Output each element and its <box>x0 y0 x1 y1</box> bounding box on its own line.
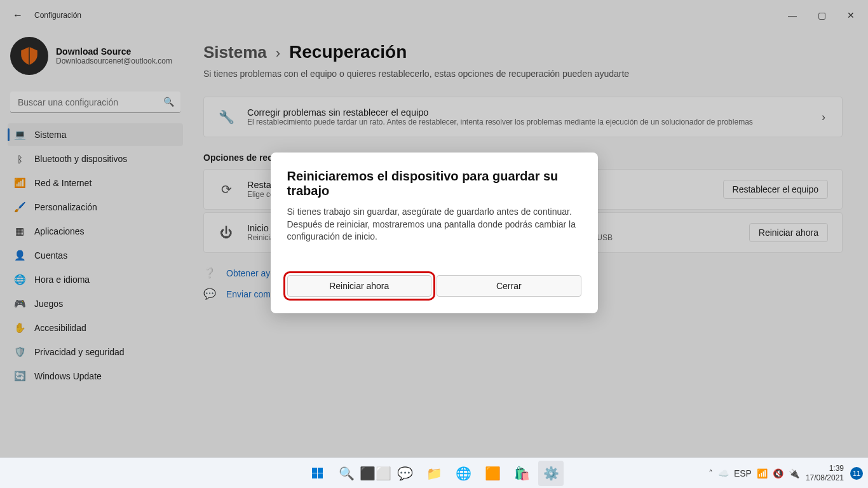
taskbar-clock[interactable]: 1:39 17/08/2021 <box>806 464 844 482</box>
tray-volume-icon[interactable]: 🔇 <box>773 468 783 478</box>
dialog-text: Si tienes trabajo sin guardar, asegúrate… <box>287 206 581 243</box>
clock-time: 1:39 <box>806 464 844 473</box>
notification-badge[interactable]: 11 <box>850 467 863 480</box>
restart-dialog: Reiniciaremos el dispositivo para guarda… <box>271 152 598 313</box>
tray-wifi-icon[interactable]: 📶 <box>757 468 768 478</box>
taskbar-store[interactable]: 🛍️ <box>509 461 534 486</box>
dialog-close-button[interactable]: Cerrar <box>437 275 581 297</box>
taskbar-settings[interactable]: ⚙️ <box>538 461 564 486</box>
modal-overlay: Reiniciaremos el dispositivo para guarda… <box>0 0 868 488</box>
dialog-restart-button[interactable]: Reiniciar ahora <box>287 275 432 297</box>
tray-battery-icon[interactable]: 🔌 <box>789 468 799 478</box>
taskbar: 🔍 ⬛⬜ 💬 📁 🌐 🟧 🛍️ ⚙️ ˄ ☁️ ESP 📶 🔇 🔌 1:39 1… <box>0 458 868 488</box>
start-button[interactable] <box>304 461 330 486</box>
tray-onedrive-icon[interactable]: ☁️ <box>718 468 729 478</box>
taskbar-explorer[interactable]: 📁 <box>421 461 447 486</box>
tray-chevron-icon[interactable]: ˄ <box>709 468 713 478</box>
task-view[interactable]: ⬛⬜ <box>363 461 388 486</box>
tray-language[interactable]: ESP <box>734 468 752 478</box>
taskbar-edge[interactable]: 🌐 <box>451 461 476 486</box>
taskbar-search[interactable]: 🔍 <box>334 461 359 486</box>
clock-date: 17/08/2021 <box>806 473 844 482</box>
dialog-title: Reiniciaremos el dispositivo para guarda… <box>287 169 581 198</box>
taskbar-office[interactable]: 🟧 <box>480 461 505 486</box>
taskbar-chat[interactable]: 💬 <box>392 461 417 486</box>
